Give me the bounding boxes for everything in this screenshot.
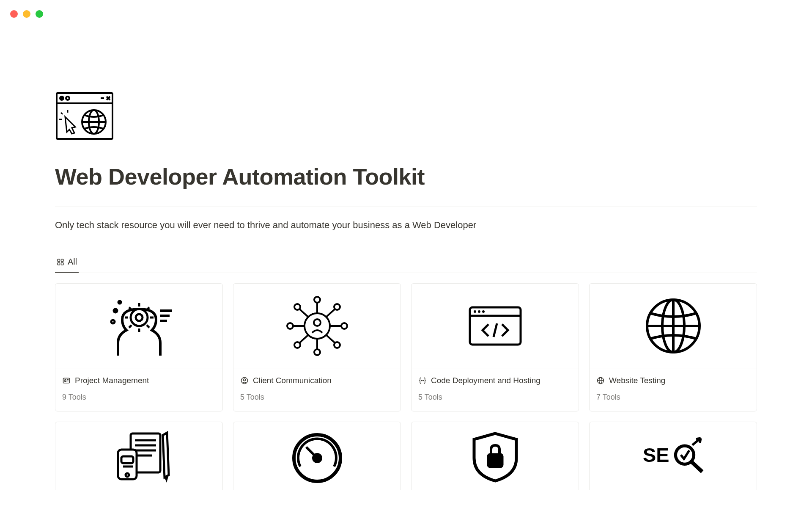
svg-point-28 [111,320,115,323]
svg-point-52 [334,342,340,348]
braces-icon [418,376,427,385]
card-count: 9 Tools [62,393,216,402]
code-deployment-icon [457,292,533,360]
svg-line-26 [147,325,149,328]
svg-point-34 [65,380,66,381]
documents-phone-icon [101,428,177,483]
svg-point-46 [341,323,347,329]
page-subtitle: Only tech stack resource you will ever n… [55,220,757,231]
svg-point-59 [474,310,476,313]
svg-line-49 [299,309,308,317]
svg-point-86 [675,446,694,464]
card-title: Code Deployment and Hosting [431,376,540,385]
card-cover: SE [590,422,757,490]
project-management-icon [101,292,177,360]
card-row2-4[interactable]: SE [589,422,757,490]
svg-line-62 [494,323,497,337]
svg-point-60 [478,310,480,313]
svg-line-25 [129,325,132,328]
page-icon [55,91,757,141]
svg-point-2 [60,97,63,100]
divider [55,207,757,207]
seo-icon: SE [635,431,711,481]
svg-line-47 [326,309,335,317]
window-zoom-icon[interactable] [36,10,43,18]
shield-lock-icon [457,428,533,483]
svg-point-17 [131,309,148,326]
svg-rect-33 [63,378,70,383]
window-titlebar [0,0,812,24]
svg-point-63 [422,380,422,381]
svg-rect-13 [58,259,60,261]
card-row2-3[interactable] [411,422,579,490]
card-cover [233,422,401,490]
svg-point-27 [114,309,117,312]
svg-rect-77 [118,450,137,479]
svg-point-44 [287,323,293,329]
id-card-icon [62,376,71,385]
svg-point-61 [482,310,485,313]
svg-point-29 [118,301,121,304]
card-title: Client Communication [253,376,332,385]
card-count: 5 Tools [418,393,572,402]
card-title: Website Testing [609,376,665,385]
svg-point-48 [334,304,340,310]
svg-point-50 [294,304,300,310]
card-row2-2[interactable] [233,422,401,490]
card-cover [55,422,222,490]
tab-all-label: All [68,257,77,267]
view-tabs: All [55,257,757,273]
gauge-icon [279,428,355,483]
svg-line-10 [61,113,63,114]
card-cover [55,284,222,368]
svg-line-83 [306,447,317,458]
svg-line-53 [299,335,308,343]
tab-all[interactable]: All [55,257,79,273]
svg-rect-84 [488,455,502,467]
window-close-icon[interactable] [10,10,18,18]
svg-point-64 [423,380,423,381]
client-communication-icon [279,292,355,360]
svg-rect-15 [58,262,60,265]
card-cover [411,422,579,490]
svg-point-38 [314,319,321,326]
svg-line-87 [691,462,702,472]
gallery-icon [57,258,64,266]
card-count: 7 Tools [596,393,750,402]
card-cover [411,284,579,368]
card-project-management[interactable]: Project Management 9 Tools [55,283,223,411]
page-title: Web Developer Automation Toolkit [55,163,757,190]
svg-point-42 [314,349,320,355]
card-row2-1[interactable] [55,422,223,490]
website-testing-icon [635,292,711,360]
window-minimize-icon[interactable] [23,10,30,18]
svg-rect-16 [61,262,63,265]
card-cover [590,284,757,368]
card-code-deployment[interactable]: Code Deployment and Hosting 5 Tools [411,283,579,411]
svg-point-40 [314,297,320,303]
svg-rect-14 [61,259,63,261]
svg-point-18 [136,314,143,321]
svg-text:SE: SE [643,444,669,466]
svg-point-3 [66,97,69,100]
card-cover [233,284,401,368]
card-client-communication[interactable]: Client Communication 5 Tools [233,283,401,411]
person-circle-icon [240,376,249,385]
svg-line-51 [326,335,335,343]
svg-point-54 [294,342,300,348]
svg-point-56 [244,379,246,381]
card-title: Project Management [75,376,149,385]
globe-icon [596,376,605,385]
card-count: 5 Tools [240,393,394,402]
card-website-testing[interactable]: Website Testing 7 Tools [589,283,757,411]
